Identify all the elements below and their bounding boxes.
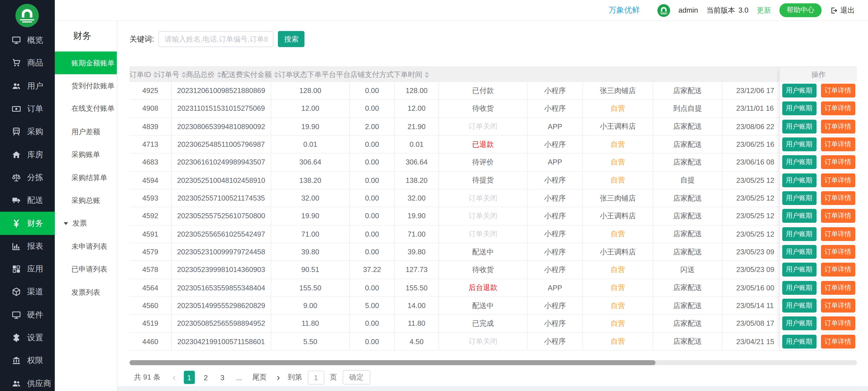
user-billing-period-button[interactable]: 用户账期 (782, 191, 816, 205)
order-detail-button[interactable]: 订单详情 (821, 156, 855, 169)
sidebar-item[interactable]: 设置 (0, 326, 55, 349)
submenu-item[interactable]: 用户差额 (55, 120, 117, 143)
column-header[interactable]: 订单状态 (278, 67, 307, 82)
user-avatar[interactable] (657, 4, 670, 17)
sidebar-item[interactable]: 配送 (0, 189, 55, 212)
goto-page-input[interactable] (308, 370, 324, 384)
order-detail-button[interactable]: 订单详情 (821, 245, 855, 259)
user-billing-period-button[interactable]: 用户账期 (782, 138, 816, 151)
search-button[interactable]: 搜索 (278, 31, 305, 47)
sidebar-item[interactable]: 硬件 (0, 304, 55, 327)
help-center-button[interactable]: 帮助中心 (779, 3, 822, 17)
user-billing-period-button[interactable]: 用户账期 (782, 156, 816, 169)
page-number-button[interactable]: 3 (217, 371, 228, 384)
horizontal-scrollbar-thumb[interactable] (129, 360, 655, 365)
sidebar-item[interactable]: 采购 (0, 120, 55, 143)
submenu-item[interactable]: 在线支付账单 (55, 97, 117, 120)
sidebar-item[interactable]: 财务 (0, 212, 55, 235)
brand-link[interactable]: 万象优鲜 (609, 5, 640, 15)
order-detail-button[interactable]: 订单详情 (821, 281, 855, 295)
page-number-button[interactable]: 2 (200, 371, 211, 384)
user-billing-period-button[interactable]: 用户账期 (782, 281, 816, 295)
sidebar-item[interactable]: 商品 (0, 52, 55, 75)
page-number-button[interactable]: 尾页 (250, 371, 269, 384)
sidebar-item-icon (12, 173, 21, 182)
order-detail-button[interactable]: 订单详情 (821, 102, 855, 116)
confirm-button[interactable]: 确定 (342, 370, 370, 385)
sidebar-item[interactable]: 分拣 (0, 166, 55, 189)
user-billing-period-button[interactable]: 用户账期 (782, 245, 816, 259)
sidebar-item[interactable]: 库房 (0, 143, 55, 166)
sidebar-item[interactable]: 应用 (0, 258, 55, 281)
cell-payment: 到点自提 (653, 100, 722, 117)
column-header[interactable]: 下单时间 (394, 67, 429, 82)
submenu-item[interactable]: 货到付款账单 (55, 75, 117, 97)
user-billing-period-button[interactable]: 用户账期 (782, 299, 816, 312)
sidebar-item[interactable]: 订单 (0, 97, 55, 120)
page-number-button[interactable]: 1 (184, 371, 195, 384)
search-input[interactable] (159, 31, 274, 47)
order-detail-button[interactable]: 订单详情 (821, 173, 855, 187)
user-billing-period-button[interactable]: 用户账期 (782, 316, 816, 330)
order-detail-button[interactable]: 订单详情 (821, 120, 855, 134)
cell-paid: 14.00 (395, 297, 439, 314)
user-billing-period-button[interactable]: 用户账期 (782, 227, 816, 241)
cell-platform: 小程序 (528, 261, 583, 279)
user-billing-period-button[interactable]: 用户账期 (782, 120, 816, 134)
user-billing-period-button[interactable]: 用户账期 (782, 102, 816, 116)
order-detail-button[interactable]: 订单详情 (821, 299, 855, 312)
submenu-item[interactable]: 账期金额账单 (55, 52, 117, 75)
submenu-item[interactable]: 已申请列表 (55, 258, 117, 281)
order-detail-button[interactable]: 订单详情 (821, 84, 855, 97)
action-cell: 用户账期 订单详情 (780, 315, 857, 333)
next-page-button[interactable]: › (275, 372, 282, 382)
sort-icon[interactable] (425, 71, 429, 78)
submenu-item[interactable]: 采购总账 (55, 189, 117, 212)
user-billing-period-button[interactable]: 用户账期 (782, 173, 816, 187)
sidebar-item-icon (12, 356, 21, 365)
sort-icon[interactable] (274, 71, 278, 78)
submenu-item[interactable]: 采购结算单 (55, 166, 117, 189)
column-header[interactable]: 平台店铺 (336, 67, 365, 82)
sidebar-item[interactable]: 供应商 (0, 372, 55, 391)
total-count: 共 91 条 (134, 372, 160, 382)
horizontal-scrollbar-track[interactable] (129, 360, 857, 365)
user-billing-period-button[interactable]: 用户账期 (782, 84, 816, 97)
user-billing-period-button[interactable]: 用户账期 (782, 334, 816, 348)
sort-icon[interactable] (217, 71, 221, 78)
logout-label: 退出 (840, 5, 855, 15)
page-number-button[interactable]: ... (234, 371, 244, 384)
sort-icon[interactable] (153, 71, 158, 78)
column-header-label: 下单平台 (307, 69, 336, 80)
sidebar-item[interactable]: 权限 (0, 349, 55, 372)
user-billing-period-button[interactable]: 用户账期 (782, 209, 816, 223)
submenu-item[interactable]: 发票列表 (55, 281, 117, 304)
order-detail-button[interactable]: 订单详情 (821, 334, 855, 348)
column-header[interactable]: 商品总价 (186, 67, 221, 82)
order-detail-button[interactable]: 订单详情 (821, 227, 855, 241)
column-header[interactable]: 配送费 (221, 67, 243, 82)
column-header[interactable]: 实付金额 (243, 67, 278, 82)
sidebar-item[interactable]: 概览 (0, 29, 55, 52)
submenu-item[interactable]: 发票 (55, 212, 117, 235)
user-billing-period-button[interactable]: 用户账期 (782, 263, 816, 277)
order-detail-button[interactable]: 订单详情 (821, 209, 855, 223)
sidebar-item[interactable]: 报表 (0, 235, 55, 258)
sidebar-item[interactable]: 渠道 (0, 280, 55, 304)
logout-button[interactable]: 退出 (830, 5, 855, 15)
sidebar-item[interactable]: 用户 (0, 75, 55, 97)
sidebar-item-label: 报表 (27, 241, 43, 252)
column-header[interactable]: 支付方式 (365, 67, 394, 82)
order-detail-button[interactable]: 订单详情 (821, 263, 855, 277)
order-detail-button[interactable]: 订单详情 (821, 316, 855, 330)
update-link[interactable]: 更新 (757, 5, 771, 15)
column-header[interactable]: 订单ID (129, 67, 158, 82)
column-header[interactable]: 订单号 (158, 67, 186, 82)
submenu-item[interactable]: 采购账单 (55, 143, 117, 166)
sort-icon[interactable] (182, 71, 186, 78)
submenu-item[interactable]: 未申请列表 (55, 235, 117, 258)
prev-page-button[interactable]: ‹ (170, 372, 178, 382)
order-detail-button[interactable]: 订单详情 (821, 138, 855, 151)
order-detail-button[interactable]: 订单详情 (821, 191, 855, 205)
column-header[interactable]: 下单平台 (307, 67, 336, 82)
